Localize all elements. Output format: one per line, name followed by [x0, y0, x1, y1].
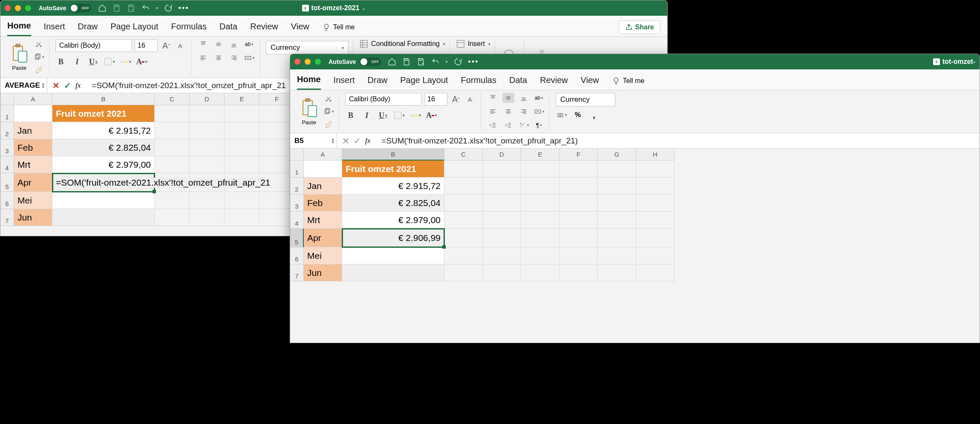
- fill-color-icon[interactable]: [410, 111, 421, 120]
- cell-a2[interactable]: Jan: [14, 122, 52, 139]
- col-header-c[interactable]: C: [155, 93, 190, 105]
- number-format-select[interactable]: Currency: [556, 93, 615, 106]
- col-header-a[interactable]: A: [304, 149, 342, 160]
- percent-icon[interactable]: %: [572, 110, 584, 120]
- font-name-input[interactable]: [345, 93, 422, 106]
- col-header-e[interactable]: E: [521, 149, 559, 160]
- close-button[interactable]: [294, 59, 300, 65]
- cell-a2[interactable]: Jan: [304, 178, 342, 195]
- cell-a4[interactable]: Mrt: [304, 212, 342, 229]
- fx-icon[interactable]: fx: [75, 81, 83, 90]
- merge-icon[interactable]: [243, 53, 255, 63]
- align-center-icon[interactable]: [502, 106, 514, 117]
- wrap-text-icon[interactable]: ab: [533, 93, 545, 103]
- increase-font-icon[interactable]: A^: [450, 94, 462, 104]
- border-icon[interactable]: [104, 57, 115, 66]
- align-middle-icon[interactable]: [502, 93, 514, 103]
- cell-c2[interactable]: [155, 122, 190, 139]
- cell-a5[interactable]: Apr: [304, 229, 342, 247]
- col-header-f[interactable]: F: [259, 93, 294, 105]
- wrap-text-icon[interactable]: ab: [243, 39, 255, 49]
- row-header-5[interactable]: 5: [290, 229, 304, 247]
- more-icon[interactable]: •••: [179, 4, 189, 13]
- tab-data[interactable]: Data: [219, 19, 237, 36]
- cell-a5[interactable]: Apr: [14, 173, 52, 192]
- merge-icon[interactable]: [533, 106, 545, 117]
- name-box-stepper-icon[interactable]: ▴▾: [42, 83, 44, 89]
- comma-icon[interactable]: ,: [588, 110, 600, 120]
- save-as-icon[interactable]: [127, 4, 135, 12]
- tab-home[interactable]: Home: [297, 72, 321, 90]
- cell-d1[interactable]: [190, 105, 225, 122]
- document-title[interactable]: x tot-omzet-: [933, 58, 975, 66]
- align-right-icon[interactable]: [228, 53, 240, 63]
- row-header-2[interactable]: 2: [0, 122, 14, 139]
- underline-icon[interactable]: U: [88, 57, 99, 66]
- cell-f1[interactable]: [259, 105, 294, 122]
- cell-b4[interactable]: € 2.979,00: [52, 156, 155, 173]
- col-header-h[interactable]: H: [636, 149, 674, 160]
- name-box-stepper-icon[interactable]: ▴▾: [332, 138, 334, 144]
- copy-icon[interactable]: [33, 52, 45, 62]
- tab-draw[interactable]: Draw: [78, 19, 98, 36]
- fill-color-icon[interactable]: [120, 57, 131, 66]
- row-header-3[interactable]: 3: [290, 195, 304, 212]
- increase-indent-icon[interactable]: [502, 120, 514, 130]
- cell-b3[interactable]: € 2.825,04: [342, 195, 444, 212]
- row-header-6[interactable]: 6: [0, 192, 14, 209]
- save-as-icon[interactable]: [417, 57, 425, 66]
- cell-a3[interactable]: Feb: [14, 139, 52, 156]
- maximize-button[interactable]: [25, 5, 31, 11]
- tab-page-layout[interactable]: Page Layout: [110, 19, 158, 36]
- minimize-button[interactable]: [305, 59, 311, 65]
- row-header-7[interactable]: 7: [0, 209, 14, 226]
- select-all-corner[interactable]: [0, 93, 14, 105]
- conditional-formatting[interactable]: Conditional Formatting▾: [359, 39, 445, 49]
- paste-label[interactable]: Paste: [302, 119, 316, 126]
- cell-a6[interactable]: Mei: [14, 192, 52, 209]
- redo-icon[interactable]: [164, 4, 173, 12]
- name-box[interactable]: B5 ▴▾: [290, 133, 337, 148]
- row-header-4[interactable]: 4: [0, 156, 14, 173]
- col-header-c[interactable]: C: [444, 149, 483, 160]
- font-size-input[interactable]: [135, 39, 158, 52]
- col-header-d[interactable]: D: [190, 93, 225, 105]
- col-header-e[interactable]: E: [225, 93, 259, 105]
- align-top-icon[interactable]: [487, 93, 499, 103]
- more-icon[interactable]: •••: [468, 57, 479, 66]
- font-name-input[interactable]: [55, 39, 132, 52]
- cut-icon[interactable]: [323, 94, 334, 104]
- tab-insert[interactable]: Insert: [44, 19, 65, 36]
- close-button[interactable]: [5, 5, 11, 11]
- bold-icon[interactable]: B: [55, 57, 66, 66]
- tab-view[interactable]: View: [581, 73, 599, 89]
- align-middle-icon[interactable]: [213, 39, 225, 49]
- row-header-1[interactable]: 1: [290, 160, 304, 178]
- tab-draw[interactable]: Draw: [368, 73, 388, 89]
- minimize-button[interactable]: [15, 5, 21, 11]
- tab-page-layout[interactable]: Page Layout: [400, 73, 448, 89]
- chevron-down-icon[interactable]: ⌄: [362, 6, 366, 11]
- underline-icon[interactable]: U: [378, 111, 389, 120]
- row-header-5[interactable]: 5: [0, 173, 14, 192]
- cell-b3[interactable]: € 2.825,04: [52, 139, 155, 156]
- row-header-4[interactable]: 4: [290, 212, 304, 229]
- save-icon[interactable]: [402, 57, 411, 66]
- paragraph-icon[interactable]: ¶: [533, 120, 545, 130]
- paste-icon[interactable]: [9, 43, 29, 64]
- decrease-font-icon[interactable]: Aˇ: [464, 94, 476, 104]
- paste-icon[interactable]: [299, 98, 319, 118]
- col-header-g[interactable]: G: [598, 149, 636, 160]
- cell-b1[interactable]: Fruit omzet 2021: [342, 160, 444, 178]
- name-box[interactable]: AVERAGE ▴▾: [0, 78, 47, 93]
- cell-b2[interactable]: € 2.915,72: [342, 178, 444, 195]
- cell-a4[interactable]: Mrt: [14, 156, 52, 173]
- cell-b5-active[interactable]: € 2.906,99: [342, 229, 444, 247]
- select-all-corner[interactable]: [290, 149, 304, 160]
- tab-insert[interactable]: Insert: [334, 73, 355, 89]
- format-painter-icon[interactable]: [33, 65, 45, 75]
- increase-font-icon[interactable]: A^: [160, 40, 172, 51]
- enter-icon[interactable]: ✓: [64, 80, 71, 91]
- cell-b6[interactable]: [342, 247, 444, 264]
- cell-b7[interactable]: [342, 264, 444, 281]
